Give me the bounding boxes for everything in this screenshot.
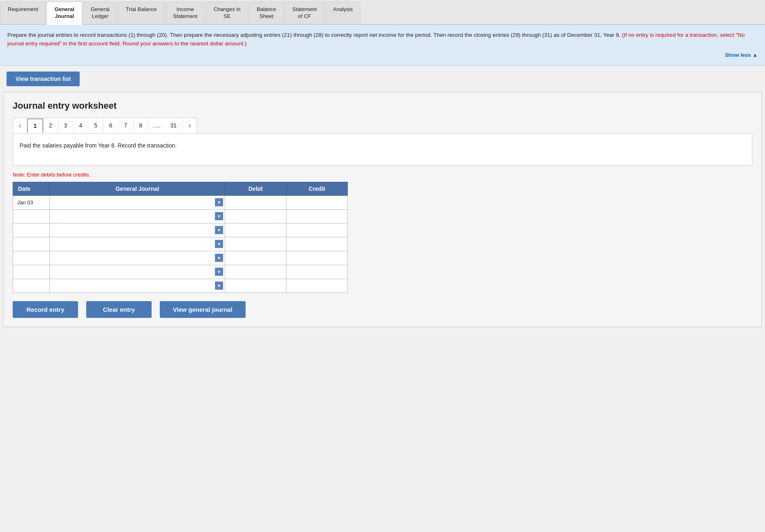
credit-cell-1[interactable] [286,195,348,209]
table-row: ▼ [13,237,348,251]
page-4[interactable]: 4 [73,119,88,132]
bottom-buttons: Record entry Clear entry View general jo… [13,301,752,318]
gj-dropdown-arrow-7[interactable]: ▼ [215,282,223,290]
tab-general-journal[interactable]: GeneralJournal [47,2,82,25]
col-header-gj: General Journal [50,182,225,195]
worksheet-title: Journal entry worksheet [13,101,752,111]
date-cell-1: Jan 03 [13,195,50,209]
gj-dropdown-arrow-2[interactable]: ▼ [215,212,223,220]
tab-bar: Requirement GeneralJournal GeneralLedger… [0,0,765,25]
clear-entry-button[interactable]: Clear entry [86,301,152,318]
next-page-button[interactable]: › [183,118,197,133]
gj-dropdown-arrow-6[interactable]: ▼ [215,268,223,276]
credit-input-2[interactable] [286,210,347,223]
page-3[interactable]: 3 [58,119,74,132]
page-6[interactable]: 6 [103,119,119,132]
debit-cell-1[interactable] [225,195,286,209]
page-7[interactable]: 7 [119,119,134,132]
tab-income-statement[interactable]: IncomeStatement [166,2,205,24]
debit-input-2[interactable] [225,210,286,223]
debit-credit-note: Note: Enter debits before credits. [13,172,752,178]
pagination: ‹ 1 2 3 4 5 6 7 8 ..... 31 › [13,118,197,133]
table-row: Jan 03 ▼ [13,195,348,209]
gj-dropdown-arrow-3[interactable]: ▼ [215,226,223,234]
credit-cell-7[interactable] [286,279,348,293]
col-header-debit: Debit [225,182,286,195]
gj-input-7[interactable] [50,279,213,293]
view-general-journal-button[interactable]: View general journal [160,301,246,318]
gj-cell-5[interactable]: ▼ [50,251,225,265]
credit-cell-4[interactable] [286,237,348,251]
credit-input-3[interactable] [286,224,347,237]
gj-input-4[interactable] [50,237,213,251]
gj-cell-1[interactable]: ▼ [50,195,225,209]
tab-requirement[interactable]: Requirement [0,2,46,24]
gj-dropdown-arrow-4[interactable]: ▼ [215,240,223,248]
credit-cell-3[interactable] [286,223,348,237]
table-row: ▼ [13,223,348,237]
record-entry-button[interactable]: Record entry [13,301,78,318]
gj-cell-4[interactable]: ▼ [50,237,225,251]
table-row: ▼ [13,209,348,223]
debit-cell-3[interactable] [225,223,286,237]
gj-cell-7[interactable]: ▼ [50,279,225,293]
debit-input-4[interactable] [225,237,286,251]
gj-input-5[interactable] [50,251,213,265]
gj-dropdown-arrow-1[interactable]: ▼ [215,198,223,206]
table-row: ▼ [13,251,348,265]
date-cell-7 [13,279,50,293]
page-dots: ..... [148,119,164,132]
view-transaction-button[interactable]: View transaction list [7,72,80,86]
debit-input-6[interactable] [225,265,286,279]
page-8[interactable]: 8 [134,119,149,132]
tab-trial-balance[interactable]: Trial Balance [118,2,164,24]
gj-input-6[interactable] [50,265,213,279]
tab-changes-in-se[interactable]: Changes inSE [206,2,248,24]
debit-cell-6[interactable] [225,265,286,279]
tab-balance-sheet[interactable]: BalanceSheet [249,2,284,24]
credit-cell-2[interactable] [286,209,348,223]
page-1[interactable]: 1 [27,118,43,133]
gj-cell-2[interactable]: ▼ [50,209,225,223]
credit-input-1[interactable] [286,196,347,209]
entry-description: Paid the salaries payable from Year 8. R… [13,133,752,166]
instruction-box: Prepare the journal entries to record tr… [0,25,765,66]
tab-statement-of-cf[interactable]: Statementof CF [285,2,324,24]
date-cell-3 [13,223,50,237]
page-5[interactable]: 5 [88,119,103,132]
show-less-link[interactable]: Show less ▲ [725,52,758,58]
instruction-main-text: Prepare the journal entries to record tr… [7,32,620,38]
table-row: ▼ [13,265,348,279]
credit-input-5[interactable] [286,251,347,265]
debit-input-7[interactable] [225,279,286,293]
debit-cell-4[interactable] [225,237,286,251]
gj-input-3[interactable] [50,224,213,237]
date-cell-4 [13,237,50,251]
journal-table: Date General Journal Debit Credit Jan 03… [13,182,348,293]
col-header-date: Date [13,182,50,195]
page-2[interactable]: 2 [43,119,58,132]
debit-cell-2[interactable] [225,209,286,223]
debit-cell-5[interactable] [225,251,286,265]
credit-cell-5[interactable] [286,251,348,265]
credit-cell-6[interactable] [286,265,348,279]
prev-page-button[interactable]: ‹ [13,118,27,133]
col-header-credit: Credit [286,182,348,195]
gj-cell-3[interactable]: ▼ [50,223,225,237]
tab-analysis[interactable]: Analysis [325,2,360,24]
debit-input-1[interactable] [225,196,286,209]
page-31[interactable]: 31 [165,119,183,132]
tab-general-ledger[interactable]: GeneralLedger [83,2,117,24]
date-cell-6 [13,265,50,279]
debit-cell-7[interactable] [225,279,286,293]
debit-input-3[interactable] [225,224,286,237]
gj-dropdown-arrow-5[interactable]: ▼ [215,254,223,262]
gj-cell-6[interactable]: ▼ [50,265,225,279]
credit-input-4[interactable] [286,237,347,251]
credit-input-6[interactable] [286,265,347,279]
gj-input-2[interactable] [50,210,213,223]
table-row: ▼ [13,279,348,293]
debit-input-5[interactable] [225,251,286,265]
gj-input-1[interactable] [50,196,213,209]
credit-input-7[interactable] [286,279,347,293]
